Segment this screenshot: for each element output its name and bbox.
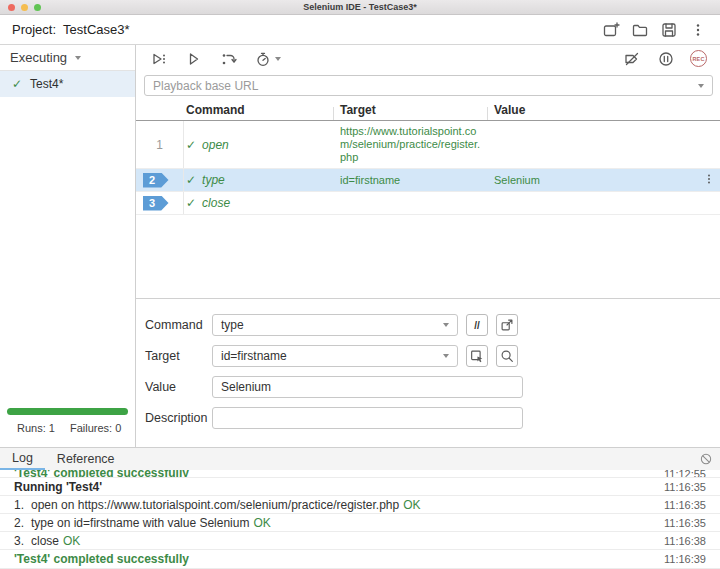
log-entry: 1.open on https://www.tutorialspoint.com… [0, 496, 720, 514]
log-entry-text: Running 'Test4' [14, 480, 102, 494]
log-entry-time: 11:16:38 [664, 535, 706, 547]
select-target-icon [469, 348, 485, 364]
record-button[interactable]: REC [690, 50, 707, 67]
disable-breakpoints-button[interactable] [622, 49, 642, 69]
log-entry-status: OK [403, 498, 420, 512]
target-label: Target [145, 349, 212, 363]
run-progress-bar [7, 408, 128, 415]
step-target-cell: id=firstname [338, 169, 492, 191]
playback-toolbar: REC [136, 45, 720, 72]
clear-log-button[interactable] [699, 448, 713, 470]
step-command: close [202, 196, 230, 210]
step-command: type [202, 173, 225, 187]
chevron-down-icon [443, 354, 449, 358]
tests-state-dropdown[interactable]: Executing [0, 45, 135, 71]
kebab-menu-icon [689, 21, 707, 39]
log-entry-time: 11:12:55 [664, 470, 706, 478]
workspace: Executing ✓Test4* Runs: 1 Failures: 0 [0, 45, 720, 447]
open-folder-icon [631, 21, 649, 39]
step-over-button[interactable] [219, 49, 239, 69]
pause-icon [657, 50, 675, 68]
search-icon [499, 348, 515, 364]
run-all-tests-button[interactable] [149, 49, 169, 69]
open-new-window-button[interactable] [496, 314, 518, 336]
zoom-button[interactable] [34, 4, 41, 11]
step-value-cell [492, 192, 698, 214]
step-passed-check-icon: ✓ [186, 173, 196, 187]
tab-log[interactable]: Log [0, 448, 45, 470]
step-row[interactable]: 1✓openhttps://www.tutorialspoint.com/sel… [136, 121, 720, 169]
breakpoint-badge[interactable]: 3 [143, 196, 169, 211]
log-entry-time: 11:16:35 [664, 481, 706, 493]
step-menu-button[interactable] [702, 172, 716, 189]
step-command-cell: ✓open [184, 121, 338, 168]
description-label: Description [145, 411, 212, 425]
test-speed-button[interactable] [254, 49, 281, 69]
select-target-button[interactable] [466, 345, 488, 367]
chevron-down-icon [275, 57, 281, 61]
step-number-cell[interactable]: 2 [136, 169, 184, 191]
minimize-button[interactable] [21, 4, 28, 11]
log-entry-text: close [31, 534, 59, 548]
step-value-cell [492, 121, 698, 168]
new-project-button[interactable] [601, 20, 621, 40]
step-number-cell[interactable]: 1 [136, 121, 184, 168]
playback-base-url-input[interactable] [153, 79, 698, 93]
log-entry-time: 11:16:35 [664, 499, 706, 511]
pause-on-exceptions-button[interactable] [656, 49, 676, 69]
traffic-lights [8, 4, 41, 11]
save-project-button[interactable] [659, 20, 679, 40]
log-entry-number: 1. [14, 498, 31, 512]
chevron-down-icon[interactable] [698, 84, 704, 88]
column-header-target: Target [338, 103, 492, 117]
step-target-cell: https://www.tutorialspoint.com/selenium/… [338, 121, 492, 168]
target-select[interactable]: id=firstname [212, 345, 458, 367]
log-entry-number: 2. [14, 516, 31, 530]
step-row[interactable]: 3✓close [136, 192, 720, 215]
playback-url-row [136, 72, 720, 99]
open-project-button[interactable] [630, 20, 650, 40]
tab-reference[interactable]: Reference [45, 448, 127, 470]
step-number-cell[interactable]: 3 [136, 192, 184, 214]
command-label: Command [145, 318, 212, 332]
play-icon [185, 50, 203, 68]
step-command-cell: ✓type [184, 169, 338, 191]
window-title: Selenium IDE - TestCase3* [303, 2, 416, 12]
description-input[interactable] [212, 407, 523, 429]
step-passed-check-icon: ✓ [186, 196, 196, 210]
step-menu-cell [698, 192, 720, 214]
run-current-test-button[interactable] [184, 49, 204, 69]
sidebar-test-item[interactable]: ✓Test4* [0, 71, 135, 97]
breakpoint-badge[interactable]: 2 [143, 173, 169, 188]
log-entry: 'Test4' completed successfully11:12:55 [0, 470, 720, 478]
log-entry-time: 11:16:39 [664, 553, 706, 565]
stopwatch-icon [254, 50, 272, 68]
project-menu-button[interactable] [688, 20, 708, 40]
column-header-value: Value [492, 103, 698, 117]
step-value-cell: Selenium [492, 169, 698, 191]
step-over-icon [220, 50, 238, 68]
clear-log-icon [699, 452, 713, 466]
value-input[interactable] [212, 376, 523, 398]
project-name[interactable]: TestCase3* [63, 22, 129, 37]
steps-table: Command Target Value 1✓openhttps://www.t… [136, 99, 720, 299]
open-new-window-icon [499, 317, 515, 333]
chevron-down-icon [75, 56, 81, 60]
find-target-button[interactable] [496, 345, 518, 367]
log-entry-text: open on https://www.tutorialspoint.com/s… [31, 498, 399, 512]
test-passed-check-icon: ✓ [12, 77, 22, 91]
command-select[interactable]: type [212, 314, 458, 336]
toggle-comment-button[interactable]: // [466, 314, 488, 336]
step-menu-cell [698, 169, 720, 191]
save-icon [660, 21, 678, 39]
log-entry: 2.type on id=firstname with value Seleni… [0, 514, 720, 532]
project-label: Project: [12, 22, 56, 37]
column-header-command: Command [184, 103, 338, 117]
new-project-icon [602, 21, 620, 39]
window-titlebar: Selenium IDE - TestCase3* [0, 0, 720, 15]
value-label: Value [145, 380, 212, 394]
tests-state-label: Executing [10, 50, 67, 65]
close-button[interactable] [8, 4, 15, 11]
test-name: Test4* [30, 77, 63, 91]
step-row[interactable]: 2✓typeid=firstnameSelenium [136, 169, 720, 192]
